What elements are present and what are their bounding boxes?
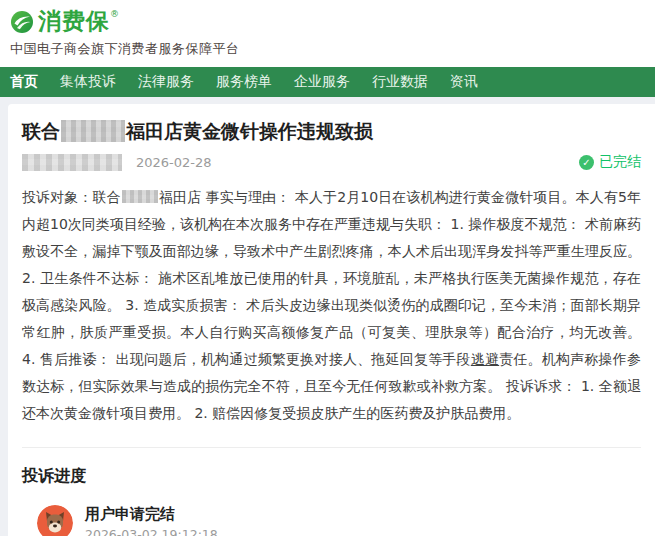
complaint-meta: 2026-02-28 ✓ 已完结 (22, 152, 641, 172)
complaint-body-part2: 福田店 事实与理由： 本人于2月10日在该机构进行黄金微针项目。本人有5年内超1… (22, 189, 641, 367)
user-avatar (37, 505, 73, 536)
progress-heading: 投诉进度 (22, 466, 641, 487)
complaint-card: 联合福田店黄金微针操作违规致损 2026-02-28 ✓ 已完结 投诉对象：联合… (8, 104, 655, 536)
site-tagline: 中国电子商会旗下消费者服务保障平台 (10, 40, 655, 58)
complaint-title: 联合福田店黄金微针操作违规致损 (22, 118, 641, 144)
logo-text: 消费保 (38, 8, 110, 34)
timeline-event: 用户申请完结 2026-03-02 19:12:18 解决方式 已解决 解决方案… (85, 505, 641, 536)
site-header: 消费保 ® 中国电子商会旗下消费者服务保障平台 (0, 0, 655, 67)
nav-item-home[interactable]: 首页 (10, 73, 49, 91)
nav-item-legal-services[interactable]: 法律服务 (127, 73, 205, 91)
complaint-title-prefix: 联合 (22, 118, 60, 144)
check-circle-icon: ✓ (579, 155, 594, 170)
brand-leaf-icon (10, 10, 34, 34)
status-badge: ✓ 已完结 (579, 153, 641, 171)
redacted-company-name-inline (122, 190, 158, 203)
timeline-item: 用户申请完结 2026-03-02 19:12:18 解决方式 已解决 解决方案… (22, 505, 641, 536)
section-divider (22, 447, 641, 448)
progress-timeline: 用户申请完结 2026-03-02 19:12:18 解决方式 已解决 解决方案… (22, 505, 641, 536)
nav-item-news[interactable]: 资讯 (439, 73, 489, 91)
redacted-company-name (61, 120, 125, 142)
event-timestamp: 2026-03-02 19:12:18 (85, 527, 641, 536)
logo[interactable]: 消费保 ® (10, 8, 655, 34)
complaint-body-underlined-word: 逃避 (471, 351, 499, 367)
event-title: 用户申请完结 (85, 505, 641, 523)
complaint-body: 投诉对象：联合福田店 事实与理由： 本人于2月10日在该机构进行黄金微针项目。本… (22, 184, 641, 427)
complaint-date: 2026-02-28 (136, 155, 212, 170)
registered-mark: ® (110, 8, 119, 20)
redacted-username (22, 154, 122, 171)
main-nav: 首页 集体投诉 法律服务 服务榜单 企业服务 行业数据 资讯 (0, 67, 655, 97)
status-text: 已完结 (599, 153, 641, 171)
nav-item-service-rankings[interactable]: 服务榜单 (205, 73, 283, 91)
nav-item-industry-data[interactable]: 行业数据 (361, 73, 439, 91)
nav-item-collective-complaints[interactable]: 集体投诉 (49, 73, 127, 91)
complaint-title-suffix: 福田店黄金微针操作违规致损 (126, 118, 373, 144)
complaint-body-part1: 投诉对象：联合 (22, 189, 121, 205)
nav-item-enterprise-services[interactable]: 企业服务 (283, 73, 361, 91)
